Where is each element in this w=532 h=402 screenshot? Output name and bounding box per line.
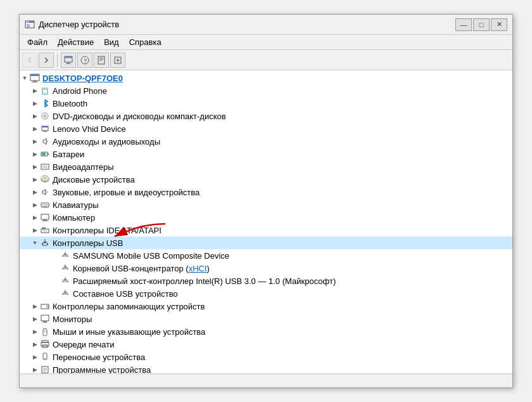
dvd-icon — [40, 111, 50, 121]
disk-node[interactable]: ▶ Дисковые устройства — [20, 173, 512, 186]
portable-label: Переносные устройства — [53, 353, 145, 362]
help-icon-btn[interactable]: ? — [77, 53, 92, 68]
sound-node[interactable]: ▶ Звуковые, игровые и видеоустройства — [20, 186, 512, 198]
usb-composite-node[interactable]: ▶ Составное USB устройство — [20, 287, 512, 300]
print-node[interactable]: ▶ Очереди печати — [20, 338, 512, 351]
monitor-icon — [40, 314, 50, 324]
usb-node[interactable]: ▼ Контроллеры USB — [20, 237, 512, 249]
usb-hub-label: Корневой USB-концентратор (xHCI) — [73, 264, 210, 273]
disk-label: Дисковые устройства — [53, 175, 135, 185]
ide-node[interactable]: ▶ Контроллеры IDE ATA/ATAPI — [20, 224, 512, 237]
storage-expand[interactable]: ▶ — [30, 301, 40, 311]
dvd-node[interactable]: ▶ DVD-дисководы и дисководы компакт-диск… — [20, 110, 512, 122]
dvd-label: DVD-дисководы и дисководы компакт-дисков — [53, 112, 226, 121]
svg-rect-23 — [32, 82, 38, 82]
lenovo-node[interactable]: ▶ Lenovo Vhid Device — [20, 122, 512, 135]
window-controls: — □ ✕ — [455, 18, 507, 31]
svg-rect-71 — [41, 315, 49, 321]
android-icon — [40, 86, 50, 96]
device-tree[interactable]: ▼ DESKTOP-QPF7OE0 ▶ — [20, 70, 512, 373]
usb-samsung-node[interactable]: ▶ SAMSUNG Mobile USB Composite Device — [20, 249, 512, 262]
back-button[interactable] — [22, 53, 37, 68]
portable-node[interactable]: ▶ Переносные устройства — [20, 351, 512, 363]
mouse-expand[interactable]: ▶ — [30, 327, 40, 337]
usb-intel-label: Расширяемый хост-контроллер Intel(R) USB… — [73, 276, 336, 286]
video-node[interactable]: ▶ Видеоадаптеры — [20, 160, 512, 173]
usb-icon — [40, 238, 50, 248]
scan-icon-btn[interactable] — [110, 53, 125, 68]
android-node[interactable]: ▶ Android Phone — [20, 84, 512, 97]
lenovo-expand[interactable]: ▶ — [30, 124, 40, 134]
svg-rect-46 — [47, 204, 48, 205]
android-label: Android Phone — [53, 86, 107, 96]
svg-rect-22 — [33, 81, 37, 82]
svg-rect-6 — [27, 27, 30, 27]
svg-rect-16 — [99, 60, 102, 61]
audio-node[interactable]: ▶ Аудиовходы и аудиовыходы — [20, 135, 512, 148]
android-expand[interactable]: ▶ — [30, 86, 40, 96]
samsung-label: SAMSUNG Mobile USB Composite Device — [73, 251, 229, 261]
svg-rect-72 — [43, 321, 47, 322]
svg-rect-35 — [42, 153, 46, 155]
usb-expand[interactable]: ▼ — [30, 238, 40, 248]
computer-icon — [30, 73, 40, 83]
svg-rect-73 — [42, 322, 48, 323]
disk-expand[interactable]: ▶ — [30, 174, 40, 185]
svg-rect-48 — [41, 214, 49, 219]
status-bar — [20, 373, 512, 387]
svg-rect-69 — [41, 304, 49, 309]
svg-rect-21 — [30, 74, 39, 76]
mouse-node[interactable]: ▶ Мыши и иные указывающие устройства — [20, 325, 512, 338]
ide-expand[interactable]: ▶ — [30, 225, 40, 235]
dvd-expand[interactable]: ▶ — [30, 111, 40, 121]
usb-hub-node[interactable]: ▶ Корневой USB-концентратор (xHCI) — [20, 262, 512, 275]
software-expand[interactable]: ▶ — [30, 365, 40, 373]
monitor-expand[interactable]: ▶ — [30, 314, 40, 324]
menu-action[interactable]: Действие — [53, 36, 99, 48]
root-expand[interactable]: ▼ — [20, 73, 30, 83]
close-button[interactable]: ✕ — [491, 18, 507, 31]
root-node[interactable]: ▼ DESKTOP-QPF7OE0 — [20, 72, 512, 84]
forward-button[interactable] — [39, 53, 54, 68]
video-icon — [40, 162, 50, 172]
video-expand[interactable]: ▶ — [30, 162, 40, 172]
menu-view[interactable]: Вид — [99, 36, 124, 48]
device-manager-window: Диспетчер устройств — □ ✕ Файл Действие … — [19, 14, 513, 388]
audio-label: Аудиовходы и аудиовыходы — [53, 137, 160, 146]
print-expand[interactable]: ▶ — [30, 339, 40, 349]
svg-rect-34 — [48, 153, 49, 155]
monitor-node[interactable]: ▶ Мониторы — [20, 313, 512, 325]
sound-expand[interactable]: ▶ — [30, 187, 40, 197]
toolbar-sep-1 — [57, 54, 58, 67]
computer-expand[interactable]: ▶ — [30, 212, 40, 223]
bluetooth-node[interactable]: ▶ Bluetooth — [20, 97, 512, 110]
portable-expand[interactable]: ▶ — [30, 352, 40, 362]
properties-icon-btn[interactable] — [94, 53, 109, 68]
maximize-button[interactable]: □ — [473, 18, 490, 31]
bluetooth-expand[interactable]: ▶ — [30, 98, 40, 108]
battery-expand[interactable]: ▶ — [30, 149, 40, 159]
menu-bar: Файл Действие Вид Справка — [20, 35, 512, 50]
svg-rect-14 — [99, 58, 103, 58]
usb-device-icon-2 — [60, 263, 70, 273]
svg-point-26 — [44, 93, 46, 94]
portable-icon — [40, 352, 50, 362]
battery-node[interactable]: ▶ Батареи — [20, 148, 512, 160]
monitor-label: Мониторы — [53, 314, 92, 324]
device-manager-icon-btn[interactable] — [61, 53, 76, 68]
minimize-button[interactable]: — — [455, 18, 472, 31]
svg-rect-50 — [42, 221, 48, 221]
toolbar: ? — [20, 50, 512, 70]
audio-expand[interactable]: ▶ — [30, 136, 40, 146]
usb-intel-node[interactable]: ▶ Расширяемый хост-контроллер Intel(R) U… — [20, 275, 512, 287]
menu-help[interactable]: Справка — [124, 36, 167, 48]
computer-label: Компьютер — [53, 213, 95, 223]
storage-node[interactable]: ▶ Контроллеры запоминающих устройств — [20, 300, 512, 313]
keyboard-node[interactable]: ▶ Клавиатуры — [20, 198, 512, 211]
bluetooth-label: Bluetooth — [53, 99, 87, 108]
software-node[interactable]: ▶ Программные устройства — [20, 363, 512, 373]
keyboard-expand[interactable]: ▶ — [30, 200, 40, 210]
menu-file[interactable]: Файл — [22, 36, 53, 48]
computer-node[interactable]: ▶ Компьютер — [20, 211, 512, 224]
computer-node-icon — [40, 212, 50, 223]
